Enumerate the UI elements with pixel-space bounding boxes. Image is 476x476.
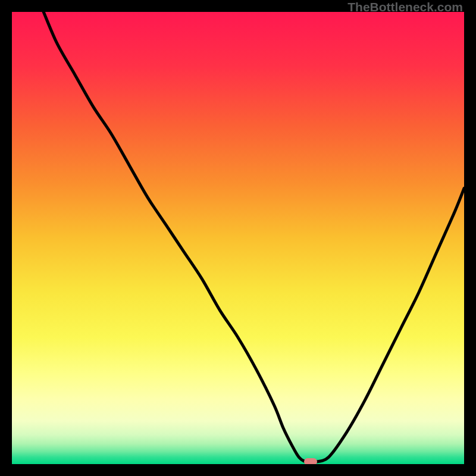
plot-area <box>12 12 464 464</box>
optimal-marker <box>304 458 317 464</box>
watermark-label: TheBottleneck.com <box>347 0 463 14</box>
chart-container: TheBottleneck.com <box>0 0 476 476</box>
bottleneck-curve <box>12 12 464 464</box>
